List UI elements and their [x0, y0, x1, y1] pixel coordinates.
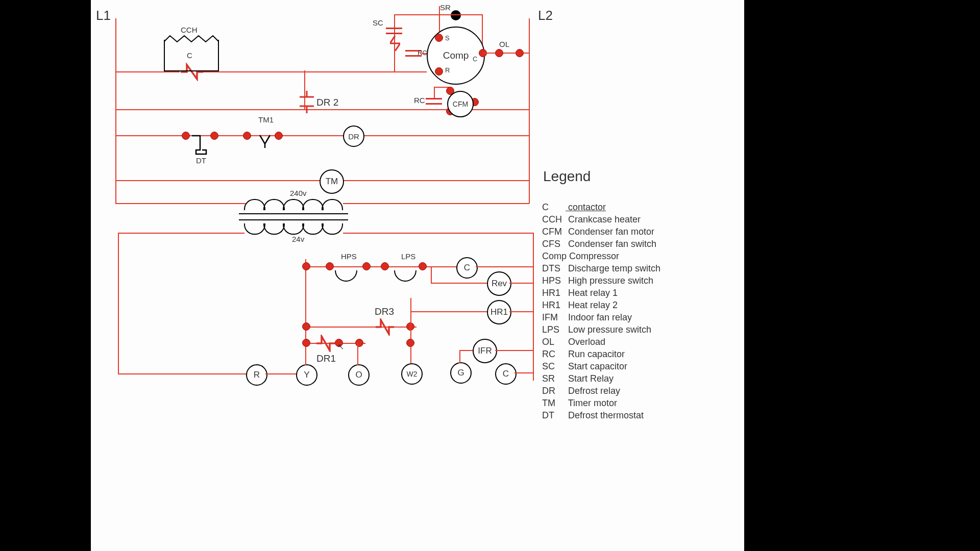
legend-row: Comp Compressor — [542, 251, 619, 262]
node — [302, 322, 310, 331]
label-termG: G — [457, 368, 464, 378]
legend-row: DR Defrost relay — [542, 386, 620, 396]
legend-row: CFM Condenser fan motor — [542, 227, 654, 237]
label-TM1: TM1 — [258, 115, 274, 124]
wire — [459, 350, 460, 363]
label-L2: L2 — [538, 8, 553, 23]
wire — [304, 109, 529, 110]
dt-dot — [182, 132, 190, 140]
legend-row: CCH Crankcase heater — [542, 214, 641, 225]
tm-coil: TM — [320, 169, 344, 194]
wire — [533, 350, 534, 381]
node — [406, 339, 414, 347]
legend-row: RC Run capacitor — [542, 349, 625, 360]
wire — [529, 18, 530, 181]
label-SC: SC — [373, 18, 383, 27]
legend-row: TM Timer motor — [542, 398, 617, 409]
node — [419, 262, 427, 270]
label-CCH: CCH — [181, 26, 198, 34]
dr-coil: DR — [343, 126, 364, 147]
wire — [118, 233, 119, 374]
label-termR: R — [254, 370, 260, 380]
label-termC: C — [503, 369, 509, 379]
node — [362, 262, 371, 270]
legend-row: SC Start capacitor — [542, 361, 627, 372]
label-Rev: Rev — [492, 279, 507, 289]
cap-sc — [386, 33, 402, 34]
c-coil: C — [456, 257, 478, 279]
wire — [343, 203, 529, 204]
wire — [434, 87, 435, 98]
wire — [459, 350, 474, 351]
dt-switch — [192, 132, 212, 157]
terminal-W2: W2 — [401, 363, 423, 385]
wire — [431, 283, 487, 284]
cap-rc2 — [426, 98, 442, 99]
wire — [115, 109, 304, 110]
label-S: S — [445, 34, 450, 42]
node — [302, 339, 310, 347]
terminal-R — [435, 67, 443, 76]
lps-switch — [394, 270, 416, 282]
sc-break — [390, 36, 400, 51]
label-OL: OL — [499, 40, 509, 48]
label-240v: 240v — [290, 189, 307, 197]
wire — [115, 135, 529, 136]
rev-coil: Rev — [487, 271, 511, 296]
wire — [431, 266, 432, 284]
label-DR3: DR3 — [375, 306, 394, 317]
wire — [514, 372, 534, 373]
node — [381, 262, 389, 270]
cap-rc2 — [426, 103, 442, 105]
legend-row: CFS Condenser fan switch — [542, 239, 656, 249]
legend-row: C contactor — [542, 202, 606, 213]
tm1-switch — [257, 133, 273, 148]
legend-row: IFM Indoor fan relay — [542, 312, 632, 323]
terminal-R: R — [246, 364, 267, 386]
wire — [305, 259, 306, 365]
wire — [529, 180, 530, 204]
wire — [115, 71, 180, 72]
ol-dot — [516, 49, 524, 57]
label-Cc: C — [473, 55, 477, 63]
cap-sc — [386, 28, 402, 29]
dr2-contact — [299, 91, 314, 113]
label-DR1: DR1 — [316, 353, 336, 364]
label-DR: DR — [348, 132, 359, 141]
terminal-C: C — [495, 363, 517, 385]
legend-row: HR1 Heat relay 1 — [542, 288, 618, 298]
label-LPS: LPS — [401, 252, 415, 261]
wire — [357, 343, 358, 365]
label-24v: 24v — [292, 235, 304, 243]
label-Comp: Comp — [443, 50, 469, 61]
wire — [115, 203, 246, 204]
wire — [115, 18, 116, 181]
label-Ccirc: C — [464, 263, 470, 273]
wire — [118, 233, 244, 234]
legend-row: OL Overload — [542, 337, 605, 347]
tm1-dot — [275, 132, 283, 140]
wire — [265, 373, 296, 374]
legend-row: HPS High pressure switch — [542, 276, 653, 286]
legend-row: LPS Low pressure switch — [542, 324, 651, 335]
cfm: CFM — [447, 91, 474, 117]
cch-zigzag — [164, 35, 219, 46]
legend-title: Legend — [543, 168, 591, 185]
label-IFR: IFR — [478, 346, 492, 356]
label-L1: L1 — [96, 8, 111, 23]
wire — [343, 233, 534, 234]
dr1-nc — [315, 335, 336, 352]
terminal-Y: Y — [296, 364, 317, 386]
wire — [115, 180, 116, 204]
start-relay-dot — [451, 10, 461, 20]
ol-dot — [495, 49, 503, 57]
label-termW2: W2 — [407, 370, 418, 378]
wire — [203, 71, 427, 72]
wire — [509, 283, 534, 284]
node — [302, 262, 310, 270]
ifr-coil: IFR — [473, 339, 497, 363]
terminal-G: G — [450, 362, 472, 384]
terminal-O: O — [348, 364, 370, 386]
label-termO: O — [355, 370, 362, 380]
label-DT: DT — [196, 156, 206, 165]
